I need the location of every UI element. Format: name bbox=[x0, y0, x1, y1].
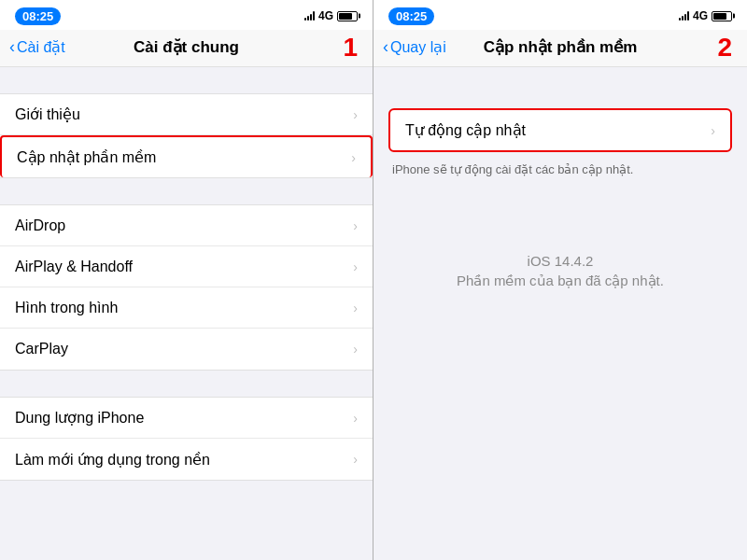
left-row-airplay-label: AirPlay & Handoff bbox=[15, 259, 133, 275]
right-back-label: Quay lại bbox=[390, 38, 446, 56]
left-row-lam-moi-chevron-icon: › bbox=[353, 452, 358, 467]
left-row-airplay-chevron-icon: › bbox=[353, 259, 358, 274]
right-network-label: 4G bbox=[693, 9, 708, 22]
left-row-gioi-thieu-label: Giới thiệu bbox=[15, 105, 80, 123]
ios-version-label: iOS 14.4.2 bbox=[374, 253, 747, 269]
left-row-dung-luong-label: Dung lượng iPhone bbox=[15, 409, 144, 427]
left-section-gap-3 bbox=[0, 371, 373, 397]
right-back-button[interactable]: ‹ Quay lại bbox=[383, 37, 446, 57]
update-message: Phần mềm của bạn đã cập nhật. bbox=[374, 273, 747, 289]
battery-icon bbox=[337, 11, 358, 21]
left-section-1: Giới thiệu › Cập nhật phần mềm › bbox=[0, 93, 373, 178]
description-text: iPhone sẽ tự động cài đặt các bản cập nh… bbox=[388, 152, 732, 178]
left-row-airdrop-label: AirDrop bbox=[15, 217, 65, 234]
left-section-2: AirDrop › AirPlay & Handoff › Hình trong… bbox=[0, 204, 373, 371]
right-back-chevron-icon: ‹ bbox=[383, 37, 388, 57]
left-back-label: Cài đặt bbox=[17, 38, 65, 56]
left-row-hinh-trong-hinh-label: Hình trong hình bbox=[15, 300, 118, 316]
network-label: 4G bbox=[318, 9, 333, 22]
right-panel: 08:25 4G ‹ Quay lại Cập nhật phần mềm 2 … bbox=[374, 0, 747, 560]
left-panel: 08:25 4G ‹ Cài đặt Cài đặt chung 1 Giới … bbox=[0, 0, 374, 560]
left-row-airdrop-chevron-icon: › bbox=[353, 218, 358, 233]
left-row-hinh-trong-hinh-chevron-icon: › bbox=[353, 301, 358, 315]
left-row-hinh-trong-hinh[interactable]: Hình trong hình › bbox=[0, 287, 373, 329]
left-row-cap-nhat-chevron-icon: › bbox=[351, 150, 356, 165]
left-nav-title: Cài đặt chung bbox=[134, 37, 239, 57]
left-section-gap-2 bbox=[0, 178, 373, 204]
left-back-button[interactable]: ‹ Cài đặt bbox=[9, 37, 65, 57]
right-settings-content: Tự động cập nhật › iPhone sẽ tự động cài… bbox=[374, 67, 747, 560]
left-back-chevron-icon: ‹ bbox=[9, 37, 15, 57]
update-status: iOS 14.4.2 Phần mềm của bạn đã cập nhật. bbox=[374, 253, 747, 289]
signal-icon bbox=[304, 11, 315, 21]
left-section-gap-1 bbox=[0, 67, 373, 93]
right-signal-icon bbox=[679, 11, 689, 21]
left-settings-content: Giới thiệu › Cập nhật phần mềm › AirDrop… bbox=[0, 67, 373, 560]
step-number-2: 2 bbox=[717, 33, 732, 63]
left-nav-bar: ‹ Cài đặt Cài đặt chung 1 bbox=[0, 30, 373, 67]
auto-update-row[interactable]: Tự động cập nhật › bbox=[388, 108, 732, 152]
right-status-bar: 08:25 4G bbox=[374, 0, 747, 30]
step-number-1: 1 bbox=[343, 33, 358, 63]
left-row-cap-nhat-label: Cập nhật phần mềm bbox=[17, 148, 156, 166]
left-row-gioi-thieu-chevron-icon: › bbox=[353, 107, 358, 122]
left-status-icons: 4G bbox=[304, 9, 358, 22]
right-nav-bar: ‹ Quay lại Cập nhật phần mềm 2 bbox=[374, 30, 747, 67]
left-row-airdrop[interactable]: AirDrop › bbox=[0, 205, 373, 246]
auto-update-chevron-icon: › bbox=[711, 123, 715, 138]
left-row-carplay-chevron-icon: › bbox=[353, 342, 358, 357]
left-status-bar: 08:25 4G bbox=[0, 0, 373, 30]
left-row-carplay[interactable]: CarPlay › bbox=[0, 329, 373, 370]
left-row-dung-luong[interactable]: Dung lượng iPhone › bbox=[0, 398, 373, 439]
right-nav-title: Cập nhật phần mềm bbox=[484, 37, 638, 57]
left-section-3: Dung lượng iPhone › Làm mới ứng dụng tro… bbox=[0, 397, 373, 481]
right-panel-content: Tự động cập nhật › iPhone sẽ tự động cài… bbox=[374, 93, 747, 178]
left-row-lam-moi-label: Làm mới ứng dụng trong nền bbox=[15, 451, 210, 469]
right-time: 08:25 bbox=[388, 7, 434, 25]
auto-update-label: Tự động cập nhật bbox=[405, 121, 526, 139]
left-time: 08:25 bbox=[15, 7, 61, 25]
left-row-dung-luong-chevron-icon: › bbox=[353, 411, 358, 426]
right-section-gap-1 bbox=[374, 67, 747, 93]
right-battery-icon bbox=[712, 11, 732, 21]
left-row-carplay-label: CarPlay bbox=[15, 341, 68, 357]
left-row-airplay[interactable]: AirPlay & Handoff › bbox=[0, 246, 373, 287]
left-row-cap-nhat[interactable]: Cập nhật phần mềm › bbox=[0, 135, 373, 177]
left-row-lam-moi[interactable]: Làm mới ứng dụng trong nền › bbox=[0, 439, 373, 480]
left-row-gioi-thieu[interactable]: Giới thiệu › bbox=[0, 94, 373, 135]
right-status-icons: 4G bbox=[679, 9, 732, 22]
